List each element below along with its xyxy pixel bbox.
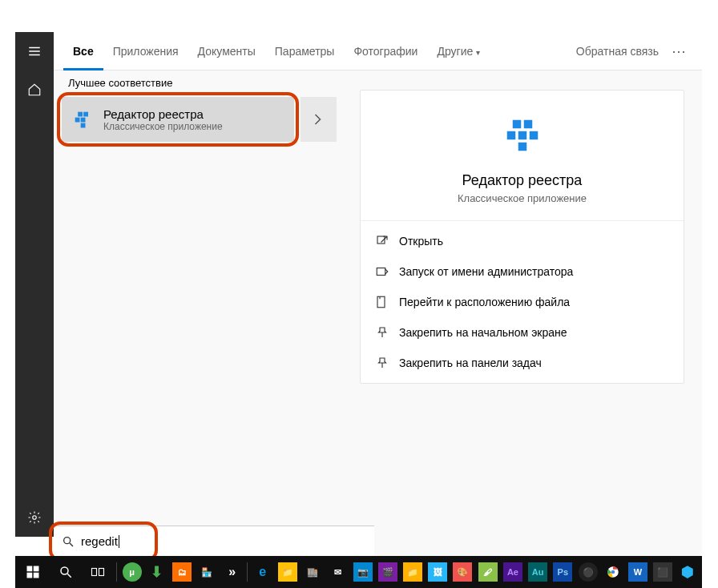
- svg-rect-14: [518, 143, 526, 151]
- taskbar-app[interactable]: 📁: [275, 556, 300, 588]
- search-button[interactable]: [49, 556, 81, 588]
- taskbar: μ ⬇ 🗂 🏪 » e 📁 🏬 ✉ 📷 🎬 📁 🖼 🎨 🖌 Ae Au Ps ⚫…: [15, 556, 702, 588]
- action-list: Открыть Запуск от имени администратора П…: [361, 221, 684, 383]
- regedit-icon: [71, 108, 94, 131]
- svg-rect-5: [81, 118, 86, 123]
- taskbar-app[interactable]: W: [625, 556, 650, 588]
- search-box[interactable]: regedit: [54, 526, 374, 556]
- taskbar-app[interactable]: 📁: [400, 556, 425, 588]
- taskbar-app[interactable]: e: [250, 556, 275, 588]
- taskbar-app[interactable]: ⬛: [651, 556, 676, 588]
- shield-icon: [375, 264, 389, 279]
- svg-rect-17: [377, 296, 385, 308]
- svg-rect-21: [34, 566, 39, 572]
- taskbar-app[interactable]: »: [220, 556, 244, 588]
- settings-gear-button[interactable]: [15, 498, 54, 537]
- search-icon: [62, 535, 75, 548]
- action-open[interactable]: Открыть: [361, 226, 684, 256]
- taskbar-app[interactable]: Ae: [500, 556, 525, 588]
- search-filter-tabs: Все Приложения Документы Параметры Фотог…: [54, 32, 702, 70]
- svg-rect-20: [27, 566, 33, 572]
- expand-arrow-button[interactable]: [301, 97, 337, 142]
- detail-title: Редактор реестра: [462, 172, 583, 189]
- tab-photos[interactable]: Фотографии: [344, 32, 427, 70]
- taskbar-app[interactable]: 🎬: [375, 556, 400, 588]
- svg-line-25: [67, 574, 71, 578]
- svg-rect-9: [506, 131, 515, 140]
- action-label: Закрепить на панели задач: [399, 356, 542, 369]
- search-result-regedit[interactable]: Редактор реестра Классическое приложение: [62, 97, 294, 142]
- action-label: Открыть: [399, 235, 443, 248]
- taskbar-app[interactable]: 🏬: [301, 556, 325, 588]
- feedback-link[interactable]: Обратная связь: [570, 45, 665, 58]
- svg-point-3: [33, 516, 37, 520]
- detail-panel: Редактор реестра Классическое приложение…: [342, 70, 702, 556]
- results-column: Лучшее соответствие Редактор реестра Кла…: [54, 70, 342, 556]
- task-view-button[interactable]: [82, 556, 114, 588]
- chevron-down-icon: ▾: [476, 48, 480, 57]
- svg-point-18: [64, 537, 71, 543]
- action-label: Закрепить на начальном экране: [399, 326, 567, 339]
- tab-more[interactable]: Другие▾: [427, 32, 490, 70]
- detail-subtitle: Классическое приложение: [458, 192, 587, 204]
- svg-rect-16: [377, 268, 385, 276]
- action-label: Перейти к расположению файла: [399, 296, 570, 308]
- svg-point-29: [611, 570, 615, 574]
- svg-rect-27: [99, 569, 103, 576]
- ellipsis-button[interactable]: ⋯: [665, 42, 692, 60]
- svg-rect-8: [81, 123, 86, 128]
- svg-rect-7: [83, 112, 88, 117]
- taskbar-app[interactable]: Au: [526, 556, 551, 588]
- start-button[interactable]: [17, 556, 49, 588]
- start-rail: [15, 32, 54, 537]
- search-input[interactable]: regedit: [81, 534, 118, 548]
- tab-documents[interactable]: Документы: [188, 32, 265, 70]
- taskbar-app[interactable]: 🗂: [170, 556, 195, 588]
- regedit-large-icon: [500, 113, 545, 158]
- hamburger-button[interactable]: [15, 32, 54, 70]
- action-file-location[interactable]: Перейти к расположению файла: [361, 287, 684, 317]
- taskbar-app[interactable]: ⬇: [144, 556, 169, 588]
- best-match-header: Лучшее соответствие: [54, 70, 342, 94]
- taskbar-app[interactable]: [600, 556, 625, 588]
- svg-rect-12: [512, 120, 521, 129]
- search-results-area: Лучшее соответствие Редактор реестра Кла…: [54, 70, 702, 556]
- taskbar-app[interactable]: 🎨: [450, 556, 475, 588]
- taskbar-app[interactable]: μ: [119, 556, 144, 588]
- action-pin-start[interactable]: Закрепить на начальном экране: [361, 317, 684, 348]
- tab-all[interactable]: Все: [63, 32, 103, 70]
- result-title: Редактор реестра: [103, 107, 223, 121]
- svg-rect-13: [523, 120, 532, 129]
- taskbar-app[interactable]: Ps: [551, 556, 575, 588]
- svg-rect-22: [27, 573, 33, 578]
- tab-settings[interactable]: Параметры: [265, 32, 345, 70]
- svg-rect-4: [75, 118, 80, 123]
- pin-icon: [375, 356, 389, 370]
- result-subtitle: Классическое приложение: [103, 121, 223, 132]
- svg-line-19: [70, 543, 73, 546]
- action-pin-taskbar[interactable]: Закрепить на панели задач: [361, 348, 684, 378]
- taskbar-app[interactable]: ⚫: [575, 556, 600, 588]
- action-run-admin[interactable]: Запуск от имени администратора: [361, 256, 684, 287]
- taskbar-app[interactable]: 🏪: [195, 556, 220, 588]
- pin-icon: [375, 325, 389, 340]
- text-cursor: [119, 535, 119, 548]
- svg-rect-10: [518, 131, 526, 140]
- open-icon: [375, 234, 389, 248]
- svg-rect-6: [78, 112, 83, 117]
- svg-rect-23: [34, 573, 39, 578]
- home-button[interactable]: [15, 70, 54, 109]
- taskbar-app[interactable]: ✉: [325, 556, 350, 588]
- svg-rect-11: [529, 131, 538, 140]
- svg-point-24: [61, 567, 68, 574]
- action-label: Запуск от имени администратора: [399, 265, 573, 278]
- folder-icon: [375, 295, 389, 309]
- tab-apps[interactable]: Приложения: [103, 32, 188, 70]
- taskbar-app[interactable]: 📷: [350, 556, 375, 588]
- taskbar-divider: [247, 562, 248, 582]
- taskbar-app[interactable]: 🖌: [475, 556, 500, 588]
- taskbar-divider: [116, 562, 117, 582]
- detail-card: Редактор реестра Классическое приложение…: [360, 90, 684, 384]
- taskbar-app[interactable]: ⬢: [676, 556, 700, 588]
- taskbar-app[interactable]: 🖼: [426, 556, 450, 588]
